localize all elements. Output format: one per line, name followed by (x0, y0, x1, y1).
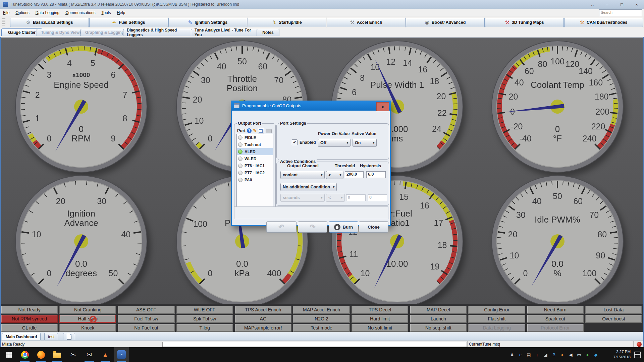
volume-icon[interactable]: ◀ (568, 353, 573, 357)
gauge-coolant-temp: -40-20020406080100120140160180200220240C… (486, 36, 629, 178)
port-option-pt6-iac1[interactable]: PT6 - IAC1 (237, 162, 273, 169)
hysteresis-field[interactable]: 6.0 (366, 171, 386, 178)
svg-text:1: 1 (35, 114, 40, 123)
additional-condition-dropdown[interactable]: No additional Condition ▼ (280, 183, 337, 191)
dashboard-tab-test[interactable]: test (44, 333, 58, 340)
output-channel-label: Output Channel (287, 164, 319, 168)
second-hysteresis-field[interactable]: 0 (368, 194, 387, 201)
help-icon[interactable]: ? (247, 128, 252, 133)
display-icon[interactable]: ▭ (577, 353, 582, 357)
battery-icon[interactable]: ● (585, 353, 590, 357)
undo-button[interactable]: ↶ (266, 221, 297, 233)
toolbar-grip[interactable] (2, 18, 5, 26)
port-option-pa0[interactable]: PA0 (237, 176, 273, 183)
taskbar-clock[interactable]: 2:27 PM 7/15/2018 (602, 349, 631, 360)
menu-options[interactable]: Options (12, 10, 32, 16)
tab-diagnostics-high-speed-loggers[interactable]: Diagnostics & High Speed Loggers (123, 29, 197, 36)
minimize-button[interactable]: – (600, 0, 614, 9)
port-option-fidle[interactable]: FIDLE (237, 134, 273, 141)
bluetooth-icon[interactable]: B (551, 353, 556, 357)
svg-text:17: 17 (434, 218, 443, 228)
browser-icon[interactable]: e (518, 353, 523, 357)
comparator-dropdown[interactable]: > ▼ (326, 171, 343, 179)
toolbar-fuel-settings[interactable]: ✒Fuel Settings (89, 18, 168, 27)
toolbar-basic-load-settings[interactable]: ⚙Basic/Load Settings (10, 18, 89, 27)
burn-button[interactable]: Burn (329, 221, 358, 233)
svg-text:7: 7 (122, 90, 127, 100)
second-channel-dropdown[interactable]: seconds ▼ (280, 194, 325, 202)
chevron-down-icon: ▼ (319, 173, 324, 177)
start-button[interactable] (1, 347, 16, 362)
redo-button[interactable]: ↷ (298, 221, 327, 233)
wifi-icon[interactable]: ◢ (543, 353, 548, 357)
active-value-dropdown[interactable]: On ▼ (353, 139, 377, 147)
notification-center-icon[interactable] (634, 352, 641, 358)
toolbar-accel-enrich[interactable]: ⚒Accel Enrich (327, 18, 406, 27)
no-sync-icon: ⊘ (89, 313, 97, 325)
tunerstudio-icon[interactable]: ◔ (114, 347, 129, 362)
undo-icon: ↶ (279, 223, 284, 231)
threshold-field[interactable]: 200.0 (345, 171, 364, 178)
tab-tuning-dyno-views[interactable]: Tuning & Dyno Views (37, 29, 86, 36)
shield-icon[interactable]: ◆ (593, 353, 598, 357)
chevron-down-icon: ▼ (339, 196, 344, 199)
menu-file[interactable]: File (0, 10, 12, 16)
output-channel-dropdown[interactable]: coolant ▼ (280, 171, 325, 179)
mail-icon[interactable]: ✉ (82, 347, 97, 362)
menu-tools[interactable]: Tools (99, 10, 114, 16)
port-option-tach-out[interactable]: Tach out (237, 141, 273, 148)
second-comparator-dropdown[interactable]: < ▼ (326, 194, 345, 202)
toolbar-3d-tuning-maps[interactable]: ⚒3D Tuning Maps (485, 18, 564, 27)
search-input[interactable]: Search (599, 9, 642, 16)
svg-text:16: 16 (418, 65, 427, 74)
second-threshold-field[interactable]: 0 (346, 194, 366, 201)
people-icon[interactable]: ♟ (509, 353, 515, 357)
firefox-icon[interactable] (34, 347, 48, 362)
toolbar-can-bus-testmodes[interactable]: ⚒CAN bus/Testmodes (564, 18, 643, 27)
dialog-close-button[interactable]: x (376, 102, 389, 111)
menu-communications[interactable]: Communications (62, 10, 98, 16)
svg-text:2: 2 (35, 90, 40, 100)
menu-help[interactable]: Help (114, 10, 128, 16)
tab-gauge-cluster[interactable]: Gauge Cluster (1, 28, 42, 36)
port-option-aled[interactable]: ALED (237, 148, 273, 155)
window-settings-icon[interactable] (258, 128, 264, 133)
indicator-protocol-error: Protocol Error (527, 324, 584, 332)
edit-icon[interactable]: ✎ (253, 128, 257, 133)
close-dialog-button[interactable]: Close (359, 221, 388, 233)
dialog-title-bar[interactable]: Programmable On/Off Outputs (231, 101, 391, 111)
toolbar-ignition-settings[interactable]: ✎Ignition Settings (168, 18, 247, 27)
vlc-icon[interactable]: ▲ (98, 347, 113, 362)
toolbar-boost-advanced[interactable]: ◉Boost/ Advanced (406, 18, 485, 27)
toolbar: ⚙Basic/Load Settings✒Fuel Settings✎Ignit… (0, 16, 644, 28)
restore-layout-icon[interactable]: ↔ (585, 0, 600, 9)
tab-graphing-logging[interactable]: Graphing & Logging (80, 29, 129, 36)
power-on-value-dropdown[interactable]: Off ▼ (318, 139, 351, 147)
svg-text:0: 0 (208, 268, 213, 278)
close-button[interactable]: × (629, 0, 644, 9)
usb-icon[interactable]: ▤ (526, 353, 531, 357)
port-option-pt7-iac2[interactable]: PT7 - IAC2 (237, 169, 273, 176)
toolbar-startup-idle[interactable]: ↯Startup/Idle (248, 18, 326, 27)
vlc-tray-icon[interactable]: ● (560, 353, 565, 357)
connection-status: Miata Ready (2, 342, 24, 347)
chrome-icon[interactable] (17, 347, 32, 362)
dashboard-tab-main-dashboard[interactable]: Main Dashboard (2, 333, 41, 340)
svg-text:Throttle: Throttle (227, 74, 257, 84)
new-dashboard-tab-button[interactable] (63, 333, 75, 340)
file-explorer-icon[interactable] (50, 347, 64, 362)
snip-tool-icon[interactable]: ✂ (66, 347, 80, 362)
menu-data-logging[interactable]: Data Logging (33, 10, 62, 16)
tab-tune-analyze-live-tune-for-you[interactable]: Tune Analyze Live! - Tune For You (191, 29, 262, 36)
tab-notes[interactable]: Notes (257, 29, 279, 36)
svg-text:0: 0 (523, 268, 528, 278)
mail-icon: ✉ (87, 352, 92, 358)
port-option-wled[interactable]: WLED (237, 155, 273, 162)
svg-text:9: 9 (111, 134, 116, 143)
chip-icon[interactable] (266, 129, 272, 133)
svg-text:180: 180 (595, 92, 609, 101)
update-icon[interactable]: ↓ (535, 353, 540, 357)
enabled-checkbox[interactable]: ✔ Enabled (292, 139, 316, 145)
maximize-button[interactable]: □ (614, 0, 629, 9)
svg-text:x1000: x1000 (72, 71, 90, 78)
